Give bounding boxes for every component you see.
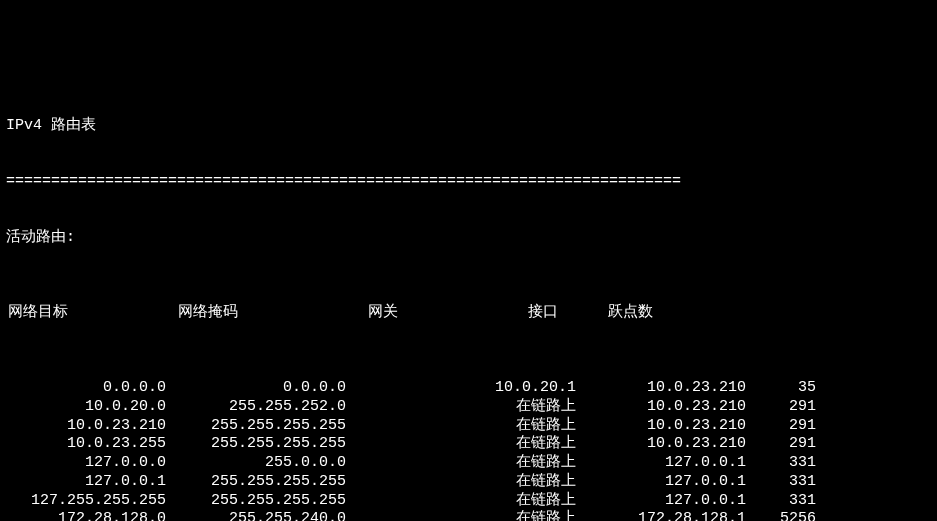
separator-line: ========================================… [6,173,836,192]
route-interface: 172.28.128.1 [576,510,746,521]
route-mask: 255.255.255.255 [166,435,346,454]
route-interface: 10.0.23.210 [576,398,746,417]
route-row: 10.0.23.255255.255.255.255在链路上10.0.23.21… [6,435,931,454]
route-mask: 255.255.240.0 [166,510,346,521]
route-dest: 0.0.0.0 [6,379,166,398]
route-metric: 5256 [746,510,816,521]
route-dest: 127.0.0.0 [6,454,166,473]
route-row: 127.255.255.255255.255.255.255在链路上127.0.… [6,492,931,511]
route-mask: 255.255.255.255 [166,417,346,436]
route-metric: 331 [746,454,816,473]
route-metric: 35 [746,379,816,398]
route-dest: 172.28.128.0 [6,510,166,521]
route-gateway: 在链路上 [346,454,576,473]
route-mask: 255.255.255.255 [166,473,346,492]
route-dest: 127.0.0.1 [6,473,166,492]
terminal-output: IPv4 路由表 ===============================… [0,75,937,521]
route-metric: 291 [746,398,816,417]
header-iface: 接口 [528,304,608,323]
route-gateway: 在链路上 [346,417,576,436]
route-header-row: 网络目标 网络掩码 网关 接口 跃点数 [6,304,931,323]
route-gateway: 在链路上 [346,435,576,454]
route-gateway: 10.0.20.1 [346,379,576,398]
active-routes-label: 活动路由: [6,229,931,248]
route-table-body: 0.0.0.00.0.0.010.0.20.110.0.23.2103510.0… [6,379,931,521]
route-row: 10.0.20.0255.255.252.0在链路上10.0.23.210291 [6,398,931,417]
route-mask: 255.255.252.0 [166,398,346,417]
route-dest: 10.0.23.210 [6,417,166,436]
route-gateway: 在链路上 [346,398,576,417]
route-metric: 331 [746,492,816,511]
header-dest: 网络目标 [6,304,98,323]
route-metric: 291 [746,435,816,454]
route-row: 172.28.128.0255.255.240.0在链路上172.28.128.… [6,510,931,521]
route-gateway: 在链路上 [346,510,576,521]
route-row: 127.0.0.0255.0.0.0在链路上127.0.0.1331 [6,454,931,473]
route-dest: 10.0.20.0 [6,398,166,417]
header-metric: 跃点数 [608,304,688,323]
route-row: 0.0.0.00.0.0.010.0.20.110.0.23.21035 [6,379,931,398]
route-interface: 10.0.23.210 [576,417,746,436]
route-metric: 331 [746,473,816,492]
route-gateway: 在链路上 [346,473,576,492]
route-row: 10.0.23.210255.255.255.255在链路上10.0.23.21… [6,417,931,436]
header-gateway: 网关 [338,304,528,323]
ipv4-title: IPv4 路由表 [6,117,931,136]
route-interface: 10.0.23.210 [576,435,746,454]
route-mask: 255.255.255.255 [166,492,346,511]
route-metric: 291 [746,417,816,436]
route-interface: 10.0.23.210 [576,379,746,398]
route-mask: 255.0.0.0 [166,454,346,473]
route-dest: 127.255.255.255 [6,492,166,511]
route-interface: 127.0.0.1 [576,454,746,473]
route-dest: 10.0.23.255 [6,435,166,454]
route-interface: 127.0.0.1 [576,492,746,511]
route-interface: 127.0.0.1 [576,473,746,492]
route-mask: 0.0.0.0 [166,379,346,398]
route-row: 127.0.0.1255.255.255.255在链路上127.0.0.1331 [6,473,931,492]
route-gateway: 在链路上 [346,492,576,511]
header-mask: 网络掩码 [98,304,338,323]
